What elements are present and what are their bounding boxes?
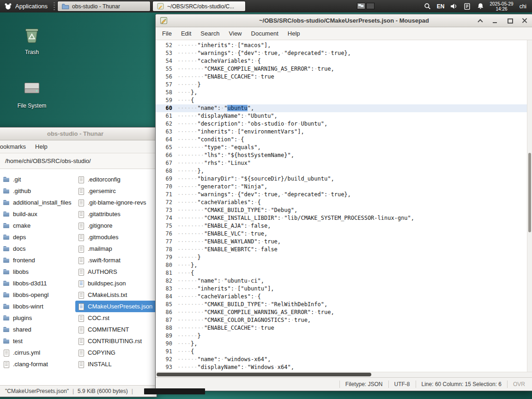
file-item-libobs-winrt[interactable]: libobs-winrt bbox=[0, 301, 74, 312]
keyboard-layout-indicator[interactable]: EN bbox=[437, 3, 445, 10]
code-line-86[interactable]: 86········"CMAKE_COMPILE_WARNING_AS_ERRO… bbox=[156, 308, 532, 316]
code-line-68[interactable]: 68······}, bbox=[156, 167, 532, 175]
menu-bookmarks[interactable]: Bookmarks bbox=[0, 140, 30, 153]
menu-view[interactable]: View bbox=[224, 27, 247, 40]
shade-button[interactable] bbox=[477, 18, 484, 24]
code-line-78[interactable]: 78········"ENABLE_WEBRTC":·false bbox=[156, 246, 532, 254]
menu-document[interactable]: Document bbox=[247, 27, 283, 40]
menu-edit[interactable]: Edit bbox=[176, 27, 196, 40]
code-line-56[interactable]: 56········"ENABLE_CCACHE":·true bbox=[156, 73, 532, 81]
status-filetype[interactable]: Filetype: JSON bbox=[339, 381, 388, 388]
file-item-.github[interactable]: .github bbox=[0, 185, 74, 197]
file-item-cmake[interactable]: cmake bbox=[0, 220, 74, 231]
close-button[interactable] bbox=[521, 18, 528, 24]
code-line-87[interactable]: 87········"CMAKE_COLOR_DIAGNOSTICS":·tru… bbox=[156, 316, 532, 324]
horizontal-scrollbar-thumb[interactable] bbox=[157, 373, 371, 376]
vertical-scrollbar[interactable] bbox=[527, 40, 532, 372]
code-line-58[interactable]: 58····}, bbox=[156, 89, 532, 97]
code-line-81[interactable]: 81····{ bbox=[156, 269, 532, 277]
file-item-.git[interactable]: .git bbox=[0, 174, 74, 185]
menu-help[interactable]: Help bbox=[283, 27, 305, 40]
file-item-COPYING[interactable]: COPYING bbox=[75, 347, 157, 358]
search-icon[interactable] bbox=[423, 2, 432, 11]
code-line-72[interactable]: 72······"cacheVariables":·{ bbox=[156, 199, 532, 206]
file-item-.clang-format[interactable]: .clang-format bbox=[0, 358, 74, 370]
status-encoding[interactable]: UTF-8 bbox=[388, 381, 416, 388]
code-line-63[interactable]: 63······"inherits":·["environmentVars"], bbox=[156, 128, 532, 136]
thunar-titlebar[interactable]: obs-studio - Thunar bbox=[0, 127, 157, 140]
code-line-91[interactable]: 91····{ bbox=[156, 348, 532, 356]
desktop-icon-filesystem[interactable]: File System bbox=[12, 79, 51, 109]
code-line-70[interactable]: 70······"generator":·"Ninja", bbox=[156, 183, 532, 191]
clipboard-icon[interactable] bbox=[463, 2, 472, 11]
file-item-INSTALL[interactable]: INSTALL bbox=[75, 358, 157, 370]
code-line-82[interactable]: 82······"name":·"ubuntu-ci", bbox=[156, 277, 532, 285]
file-item-COC.rst[interactable]: COC.rst bbox=[75, 312, 157, 324]
file-item-COMMITMENT[interactable]: COMMITMENT bbox=[75, 324, 157, 335]
file-item-CONTRIBUTING.rst[interactable]: CONTRIBUTING.rst bbox=[75, 335, 157, 347]
code-line-67[interactable]: 67········"rhs":·"Linux" bbox=[156, 159, 532, 167]
code-line-61[interactable]: 61······"displayName":·"Ubuntu", bbox=[156, 112, 532, 120]
code-line-89[interactable]: 89······} bbox=[156, 332, 532, 340]
code-line-93[interactable]: 93······"displayName":·"Windows·x64", bbox=[156, 363, 532, 371]
file-item-CMakeLists.txt[interactable]: CMakeLists.txt bbox=[75, 289, 157, 301]
code-line-60[interactable]: 60······"name":·"ubuntu", bbox=[156, 104, 532, 112]
code-line-59[interactable]: 59····{ bbox=[156, 97, 532, 104]
file-item-.editorconfig[interactable]: .editorconfig bbox=[75, 174, 157, 185]
code-line-55[interactable]: 55········"CMAKE_COMPILE_WARNING_AS_ERRO… bbox=[156, 65, 532, 73]
code-line-83[interactable]: 83······"inherits":·["ubuntu"], bbox=[156, 285, 532, 293]
workspace-2[interactable] bbox=[366, 3, 375, 9]
code-line-62[interactable]: 62······"description":·"obs-studio·for·U… bbox=[156, 120, 532, 128]
file-item-libobs-opengl[interactable]: libobs-opengl bbox=[0, 289, 74, 301]
file-item-build-aux[interactable]: build-aux bbox=[0, 208, 74, 220]
file-item-shared[interactable]: shared bbox=[0, 324, 74, 335]
code-line-64[interactable]: 64······"condition":·{ bbox=[156, 136, 532, 144]
file-item-AUTHORS[interactable]: AUTHORS bbox=[75, 266, 157, 278]
file-item-.cirrus.yml[interactable]: .cirrus.yml bbox=[0, 347, 74, 358]
horizontal-scrollbar[interactable] bbox=[156, 372, 532, 377]
volume-icon[interactable] bbox=[450, 2, 458, 11]
file-item-.swift-format[interactable]: .swift-format bbox=[75, 254, 157, 266]
code-line-66[interactable]: 66········"lhs":·"${hostSystemName}", bbox=[156, 151, 532, 159]
code-line-76[interactable]: 76········"ENABLE_VLC":·true, bbox=[156, 230, 532, 238]
minimize-button[interactable] bbox=[492, 18, 498, 24]
desktop-icon-trash[interactable]: Trash bbox=[12, 25, 51, 55]
code-line-73[interactable]: 73········"CMAKE_BUILD_TYPE":·"Debug", bbox=[156, 206, 532, 214]
file-item-libobs-d3d11[interactable]: libobs-d3d11 bbox=[0, 278, 74, 289]
editor-area[interactable]: 52······"inherits":·["macos"],53······"w… bbox=[156, 40, 532, 372]
file-item-deps[interactable]: deps bbox=[0, 231, 74, 243]
code-line-90[interactable]: 90····}, bbox=[156, 340, 532, 348]
file-item-.mailmap[interactable]: .mailmap bbox=[75, 243, 157, 254]
menu-search[interactable]: Search bbox=[196, 27, 224, 40]
notifications-bell-icon[interactable] bbox=[477, 2, 485, 11]
menu-help[interactable]: Help bbox=[30, 140, 52, 153]
code-line-84[interactable]: 84······"cacheVariables":·{ bbox=[156, 293, 532, 301]
code-line-75[interactable]: 75········"ENABLE_AJA":·false, bbox=[156, 222, 532, 230]
file-item-.git-blame-ignore-revs[interactable]: .git-blame-ignore-revs bbox=[75, 197, 157, 208]
file-item-frontend[interactable]: frontend bbox=[0, 254, 74, 266]
code-line-88[interactable]: 88········"ENABLE_CCACHE":·true bbox=[156, 324, 532, 332]
code-line-80[interactable]: 80····}, bbox=[156, 261, 532, 269]
code-line-53[interactable]: 53······"warnings":·{"dev":·true,·"depre… bbox=[156, 49, 532, 57]
file-item-docs[interactable]: docs bbox=[0, 243, 74, 254]
vertical-scrollbar-thumb[interactable] bbox=[528, 153, 531, 232]
workspace-1[interactable] bbox=[357, 3, 365, 9]
taskbar-button-thunar[interactable]: obs-studio - Thunar bbox=[57, 1, 151, 12]
code-line-77[interactable]: 77········"ENABLE_WAYLAND":·true, bbox=[156, 238, 532, 246]
file-item-libobs[interactable]: libobs bbox=[0, 266, 74, 278]
file-item-.gersemirc[interactable]: .gersemirc bbox=[75, 185, 157, 197]
code-line-74[interactable]: 74········"CMAKE_INSTALL_LIBDIR":·"lib/C… bbox=[156, 214, 532, 222]
menu-file[interactable]: File bbox=[157, 27, 176, 40]
file-item-.gitattributes[interactable]: .gitattributes bbox=[75, 208, 157, 220]
thunar-file-list[interactable]: .git.githubadditional_install_filesbuild… bbox=[0, 169, 157, 385]
code-line-65[interactable]: 65········"type":·"equals", bbox=[156, 144, 532, 151]
maximize-button[interactable] bbox=[507, 18, 513, 24]
code-line-85[interactable]: 85········"CMAKE_BUILD_TYPE":·"RelWithDe… bbox=[156, 301, 532, 308]
file-item-test[interactable]: test bbox=[0, 335, 74, 347]
file-item-additional_install_files[interactable]: additional_install_files bbox=[0, 197, 74, 208]
file-item-plugins[interactable]: plugins bbox=[0, 312, 74, 324]
mousepad-titlebar[interactable]: ~/OBS/SRC/obs-studio/CMakeUserPresets.js… bbox=[156, 14, 532, 27]
thunar-pathbar[interactable]: /home/chi/OBS/SRC/obs-studio/ bbox=[0, 153, 157, 169]
code-line-52[interactable]: 52······"inherits":·["macos"], bbox=[156, 42, 532, 49]
code-line-71[interactable]: 71······"warnings":·{"dev":·true,·"depre… bbox=[156, 191, 532, 199]
